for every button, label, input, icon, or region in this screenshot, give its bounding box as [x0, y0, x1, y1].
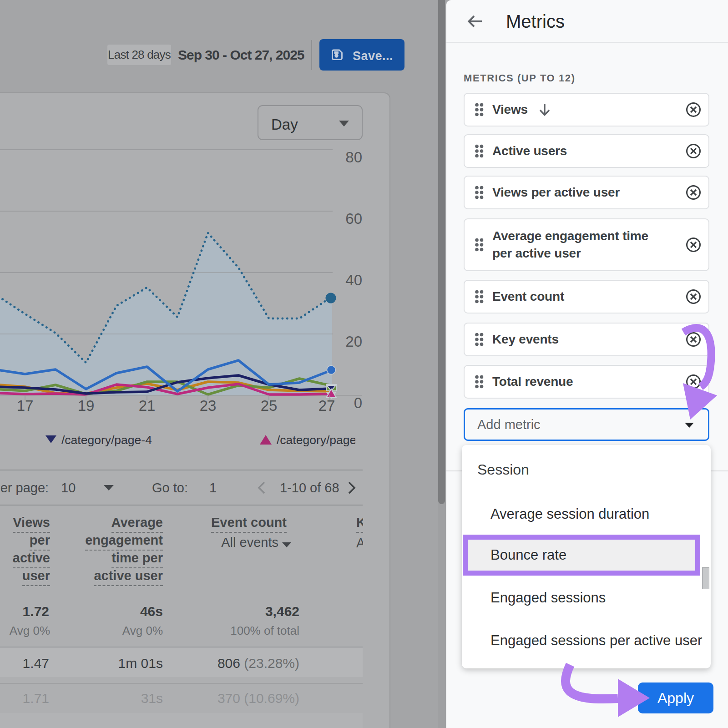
svg-text:80: 80 [345, 149, 362, 166]
svg-text:17: 17 [17, 397, 34, 414]
svg-text:27: 27 [318, 397, 335, 414]
svg-text:23: 23 [200, 397, 217, 414]
svg-text:40: 40 [345, 272, 362, 288]
svg-text:/category/page-4: /category/page-4 [61, 433, 152, 447]
svg-text:20: 20 [345, 333, 362, 350]
svg-text:0: 0 [354, 394, 362, 411]
svg-text:25: 25 [261, 397, 278, 414]
svg-text:/category/page-5: /category/page-5 [277, 433, 367, 447]
svg-text:60: 60 [345, 210, 362, 227]
svg-text:21: 21 [139, 397, 156, 414]
svg-text:19: 19 [78, 397, 95, 414]
